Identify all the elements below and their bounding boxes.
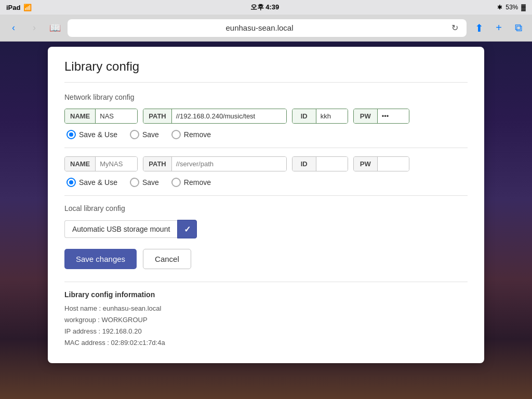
pw-field-group-1: PW [353,109,409,124]
page-area: Library config Network library config NA… [0,42,532,399]
path-label-1: PATH [143,109,171,123]
radio-save-label-1: Save [142,130,159,139]
host-name: Host name : eunhasu-sean.local [64,303,468,314]
tabs-icon: ⧉ [515,22,522,34]
id-field-group-1: ID [292,109,348,124]
network-section-label: Network library config [64,93,468,101]
radio-save-label-2: Save [142,178,159,187]
pw-label-1: PW [354,109,378,123]
radio-save-use-label-1: Save & Use [79,130,117,139]
id-label-1: ID [292,109,316,123]
button-row: Save changes Cancel [64,249,468,269]
reload-icon: ↻ [451,23,458,32]
radio-circle-remove-2 [171,178,181,187]
radio-save-use-label-2: Save & Use [79,178,117,187]
share-icon: ⬆ [475,22,484,34]
radio-remove-label-1: Remove [184,130,211,139]
status-bar-time: 오후 4:39 [250,3,280,12]
battery-percent: 53% [506,4,518,11]
divider-1 [64,148,468,148]
bookmarks-button[interactable]: 📖 [47,20,63,36]
pw-label-2: PW [354,157,378,171]
name-input-1[interactable] [96,109,137,123]
workgroup: workgroup : WORKGROUP [64,314,468,326]
id-field-group-2: ID [292,156,348,171]
page-title: Library config [64,59,468,83]
status-bar-right: ✱ 53% ▓ [497,4,526,11]
path-field-group-2: PATH [143,156,286,171]
name-field-group-2: NAME [64,156,138,171]
main-card: Library config Network library config NA… [48,47,484,363]
radio-save-use-1[interactable]: Save & Use [66,130,117,139]
back-button[interactable]: ‹ [5,20,22,36]
pw-field-group-2: PW [353,156,409,171]
tabs-button[interactable]: ⧉ [510,20,527,36]
path-input-2[interactable] [172,157,286,171]
forward-icon: › [33,22,36,33]
network-section: Network library config NAME PATH ID [64,93,468,187]
local-section-label: Local library config [64,204,468,212]
radio-save-1[interactable]: Save [130,130,159,139]
usb-mount-label: Automatic USB storage mount [64,220,177,238]
network-config-row-2: NAME PATH ID PW [64,156,468,171]
back-icon: ‹ [12,22,15,33]
radio-save-2[interactable]: Save [130,178,159,187]
radio-circle-save-2 [130,178,139,187]
radio-circle-save-use-1 [66,130,76,139]
name-input-2[interactable] [96,157,137,171]
path-label-2: PATH [143,157,171,171]
address-text[interactable]: eunhasu-sean.local [74,23,445,32]
ip-address: IP address : 192.168.0.20 [64,326,468,337]
radio-remove-1[interactable]: Remove [171,130,211,139]
share-button[interactable]: ⬆ [471,20,487,36]
save-changes-button[interactable]: Save changes [64,249,137,269]
status-bar-left: iPad 📶 [6,4,32,11]
radio-save-use-2[interactable]: Save & Use [66,178,117,187]
radio-row-1: Save & Use Save Remove [64,130,468,139]
info-section: Library config information Host name : e… [64,282,468,349]
battery-icon: ▓ [521,4,526,11]
wifi-icon: 📶 [23,4,32,11]
pw-input-2[interactable] [378,157,409,171]
name-field-group-1: NAME [64,109,138,124]
add-tab-button[interactable]: + [490,20,507,36]
radio-row-2: Save & Use Save Remove [64,178,468,187]
checkbox-row: Automatic USB storage mount ✓ [64,220,468,238]
path-field-group-1: PATH [143,109,286,124]
network-config-row-1: NAME PATH ID PW [64,109,468,124]
radio-remove-label-2: Remove [184,178,211,187]
radio-remove-2[interactable]: Remove [171,178,211,187]
usb-mount-checkbox[interactable]: ✓ [177,220,197,238]
bluetooth-icon: ✱ [497,4,502,11]
radio-circle-save-1 [130,130,139,139]
device-name: iPad [6,4,20,11]
local-section: Local library config Automatic USB stora… [64,204,468,238]
name-label-1: NAME [65,109,96,123]
status-bar: iPad 📶 오후 4:39 ✱ 53% ▓ [0,0,532,15]
divider-2 [64,195,468,196]
name-label-2: NAME [65,157,96,171]
id-input-2[interactable] [316,157,348,171]
info-title: Library config information [64,290,468,299]
reload-button[interactable]: ↻ [449,21,460,35]
browser-chrome: ‹ › 📖 eunhasu-sean.local ↻ ⬆ + ⧉ [0,15,532,42]
radio-circle-save-use-2 [66,178,76,187]
add-tab-icon: + [496,22,502,34]
id-label-2: ID [292,157,316,171]
browser-actions: ⬆ + ⧉ [471,20,527,36]
path-input-1[interactable] [172,109,286,123]
pw-input-1[interactable] [378,109,409,123]
book-icon: 📖 [49,22,61,34]
radio-circle-remove-1 [171,130,181,139]
address-bar: eunhasu-sean.local ↻ [68,19,467,37]
checkmark-icon: ✓ [184,224,191,234]
cancel-button[interactable]: Cancel [143,249,191,269]
forward-button[interactable]: › [26,20,43,36]
id-input-1[interactable] [316,109,348,123]
mac-address: MAC address : 02:89:02:c1:7d:4a [64,337,468,349]
